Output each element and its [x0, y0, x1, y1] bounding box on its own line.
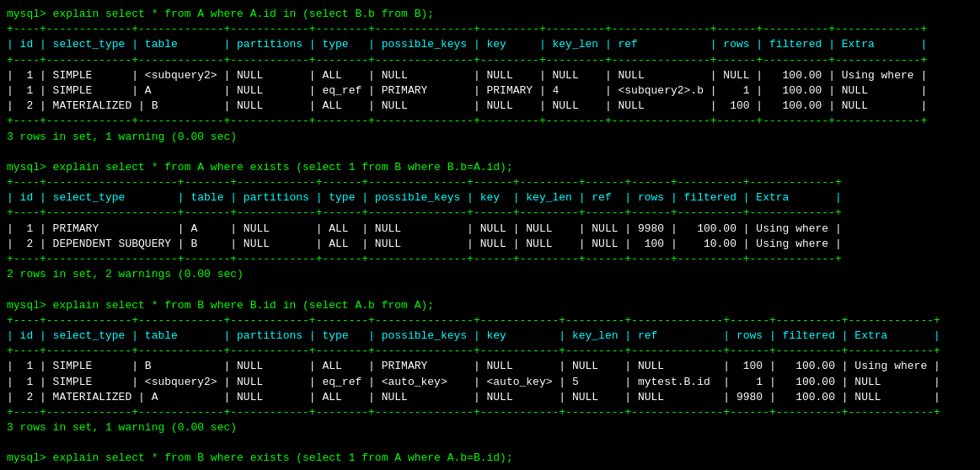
separator-mid-0: +----+-------------+-------------+------… [7, 54, 927, 67]
separator-top-0: +----+-------------+-------------+------… [7, 23, 927, 35]
table-row: | 2 | MATERIALIZED | A | NULL | ALL | NU… [7, 391, 940, 403]
table-row: | 1 | SIMPLE | B | NULL | ALL | PRIMARY … [7, 360, 940, 372]
separator-bot-1: +----+--------------------+-------+-----… [7, 253, 842, 265]
terminal-output: mysql> explain select * from A where A.i… [7, 7, 973, 470]
table-row: | 2 | MATERIALIZED | B | NULL | ALL | NU… [7, 99, 927, 112]
separator-mid-1: +----+--------------------+-------+-----… [7, 206, 842, 219]
table-row: | 1 | SIMPLE | <subquery2> | NULL | eq_r… [7, 376, 940, 388]
table-header-2: | id | select_type | table | partitions … [7, 329, 940, 342]
table-header-1: | id | select_type | table | partitions … [7, 191, 842, 204]
table-row: | 1 | SIMPLE | <subquery2> | NULL | ALL … [7, 69, 927, 82]
separator-top-1: +----+--------------------+-------+-----… [7, 176, 842, 189]
table-row: | 1 | SIMPLE | A | NULL | eq_ref | PRIMA… [7, 84, 927, 97]
table-header-0: | id | select_type | table | partitions … [7, 38, 927, 51]
prompt-0: mysql> explain select * from A where A.i… [7, 8, 434, 20]
summary-1: 2 rows in set, 2 warnings (0.00 sec) [7, 268, 244, 280]
summary-0: 3 rows in set, 1 warning (0.00 sec) [7, 131, 237, 143]
separator-top-3: +----+--------------------+-------+-----… [7, 467, 842, 470]
table-row: | 1 | PRIMARY | A | NULL | ALL | NULL | … [7, 222, 842, 235]
prompt-3: mysql> explain select * from B where exi… [7, 451, 513, 464]
prompt-2: mysql> explain select * from B where B.i… [7, 299, 434, 312]
prompt-1: mysql> explain select * from A where exi… [7, 161, 513, 174]
table-row: | 2 | DEPENDENT SUBQUERY | B | NULL | AL… [7, 238, 842, 250]
separator-mid-2: +----+-------------+-------------+------… [7, 344, 940, 357]
separator-top-2: +----+-------------+-------------+------… [7, 314, 940, 327]
separator-bot-0: +----+-------------+-------------+------… [7, 115, 927, 127]
summary-2: 3 rows in set, 1 warning (0.00 sec) [7, 421, 237, 434]
separator-bot-2: +----+-------------+-------------+------… [7, 406, 940, 419]
